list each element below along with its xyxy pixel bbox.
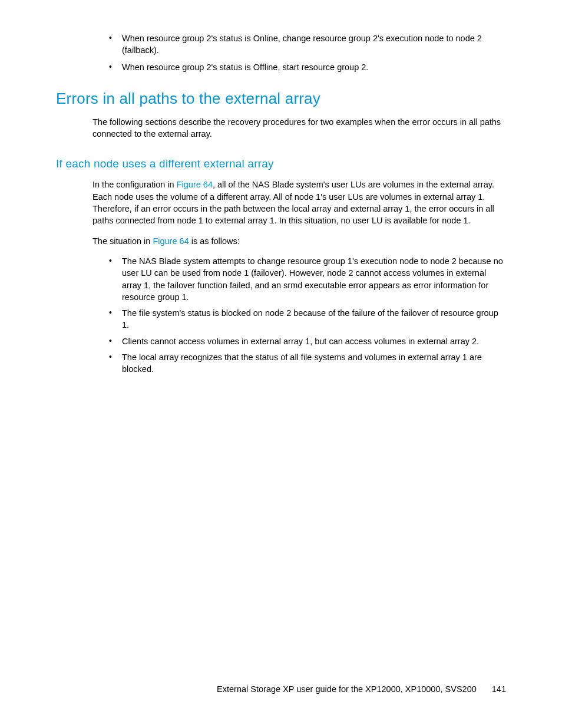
list-item: • When resource group 2's status is Offl… [109,61,506,73]
list-item-text: When resource group 2's status is Online… [122,32,506,57]
list-item-text: When resource group 2's status is Offlin… [122,61,368,73]
situation-bullet-list: • The NAS Blade system attempts to chang… [109,255,506,375]
intro-paragraph: The following sections describe the reco… [92,116,506,140]
figure-link[interactable]: Figure 64 [177,180,213,189]
bullet-icon: • [109,307,122,331]
section-body: The following sections describe the reco… [92,116,506,140]
heading-different-external-array: If each node uses a different external a… [56,157,506,170]
list-item: • The NAS Blade system attempts to chang… [109,255,506,303]
list-item-text: The file system's status is blocked on n… [122,307,506,331]
figure-link[interactable]: Figure 64 [153,236,189,246]
list-item: • When resource group 2's status is Onli… [109,32,506,57]
footer-doc-title: External Storage XP user guide for the X… [217,684,477,694]
list-item-text: The local array recognizes that the stat… [122,351,506,375]
page-content: • When resource group 2's status is Onli… [0,0,562,375]
section-body: In the configuration in Figure 64, all o… [92,179,506,246]
config-paragraph: In the configuration in Figure 64, all o… [92,179,506,226]
footer-page-number: 141 [492,684,506,694]
list-item: • Clients cannot access volumes in exter… [109,335,506,347]
list-item-text: Clients cannot access volumes in externa… [122,335,479,347]
bullet-icon: • [109,335,122,347]
page-footer: External Storage XP user guide for the X… [217,684,506,694]
text-fragment: The situation in [92,236,153,246]
bullet-icon: • [109,255,122,303]
list-item: • The file system's status is blocked on… [109,307,506,331]
text-fragment: is as follows: [189,236,240,246]
bullet-icon: • [109,351,122,375]
bullet-icon: • [109,32,122,57]
text-fragment: In the configuration in [92,180,177,189]
top-bullet-list: • When resource group 2's status is Onli… [109,32,506,73]
list-item-text: The NAS Blade system attempts to change … [122,255,506,303]
situation-paragraph: The situation in Figure 64 is as follows… [92,235,506,247]
bullet-icon: • [109,61,122,73]
list-item: • The local array recognizes that the st… [109,351,506,375]
heading-errors-all-paths: Errors in all paths to the external arra… [56,90,506,108]
